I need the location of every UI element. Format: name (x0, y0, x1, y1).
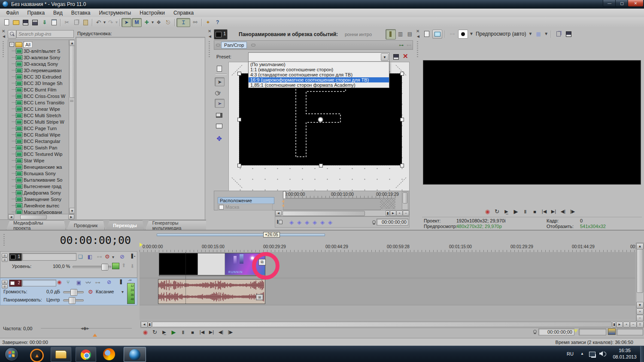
redo-icon[interactable]: ↷ (106, 18, 115, 27)
combo-dropdown-button[interactable]: ▼ (381, 53, 389, 61)
plugin-item[interactable]: Линейное вытес (8, 202, 74, 209)
delete-keyframe-icon[interactable]: ◈ (326, 219, 334, 226)
keyframe-hscrollbar[interactable]: ◄ ▮ ► + − (275, 210, 410, 216)
view-columns-2-icon[interactable]: ▥ (396, 30, 405, 38)
arm-record-icon[interactable]: ◉ (57, 279, 61, 285)
plugin-item[interactable]: BCC Radial Wipe (8, 131, 74, 138)
composite-child-icon[interactable] (112, 263, 119, 269)
new-project-icon[interactable] (2, 18, 11, 27)
bus-routing-icon[interactable]: ⊶ (93, 278, 102, 286)
compositing-mode-icon[interactable]: ◧ (85, 252, 94, 261)
track-minimize-icon[interactable]: ≡ (2, 280, 8, 284)
cut-icon[interactable]: ✂ (62, 18, 71, 27)
plugin-item[interactable]: BCC Rectangular (8, 138, 74, 144)
menu-edit[interactable]: Правка (23, 10, 49, 16)
scrub-handle[interactable]: ◂◆▸ (81, 325, 89, 331)
loop-playback-button[interactable]: ↻ (150, 329, 159, 336)
plugin-item[interactable]: 3D-каскад Sony (8, 61, 74, 67)
make-parent-icon[interactable]: ⬆ (122, 263, 126, 268)
crop-handle[interactable] (237, 164, 241, 167)
show-properties-icon[interactable] (215, 64, 224, 73)
taskbar-vegas-button[interactable] (124, 347, 146, 362)
zoom-in-button[interactable]: + (396, 210, 403, 216)
close-icon[interactable]: ✕ (416, 29, 419, 33)
volume-slider[interactable] (63, 291, 84, 293)
cd-layout-icon[interactable] (608, 329, 616, 335)
open-project-icon[interactable] (12, 18, 21, 27)
mask-preview-icon[interactable] (215, 122, 224, 130)
pin-icon[interactable]: ◄ (208, 34, 212, 39)
bypass-motion-blur-icon[interactable]: ⊶ (95, 252, 104, 261)
track-fx-icon[interactable]: ▣ (74, 278, 83, 286)
tab-transitions[interactable]: Переходы (106, 220, 144, 230)
rotation-handle[interactable] (232, 177, 243, 188)
redo-dropdown-icon[interactable]: ▾ (115, 20, 118, 24)
keyframe-unlink-icon[interactable]: ⊷ (407, 43, 411, 48)
loop-region-bar[interactable] (157, 234, 325, 236)
plugin-item[interactable]: Выталкивание So (8, 176, 74, 183)
record-button[interactable]: ◉ (483, 208, 492, 215)
plugin-item[interactable]: BCC 3D Extruded (8, 73, 74, 80)
mask-draw-icon[interactable] (215, 111, 224, 119)
scroll-right-button[interactable]: ► (616, 322, 623, 328)
project-properties-icon[interactable] (49, 18, 58, 27)
save-snapshot-icon[interactable] (564, 30, 573, 38)
start-button[interactable] (5, 348, 18, 361)
preset-dropdown-list[interactable]: (По умолчанию) 1:1 (квадратное соотношен… (248, 61, 389, 88)
pan-crop-tab[interactable]: Pan/Crop (221, 42, 247, 49)
preset-option[interactable]: 4:3 (стандартное соотношение сторон для … (249, 72, 389, 77)
play-from-start-button[interactable]: ▶̲ (160, 329, 169, 336)
pin-icon[interactable]: ◄ (416, 34, 420, 39)
plugin-item[interactable]: BCC Lens Transitio (8, 99, 74, 106)
play-button[interactable]: ▶ (169, 329, 178, 336)
tracks-vscrollbar[interactable]: ▲ ▼ + − (636, 243, 644, 322)
undo-icon[interactable]: ↶ (94, 18, 103, 27)
first-keyframe-icon[interactable]: ◈ (288, 219, 295, 226)
tray-language[interactable]: RU (567, 351, 574, 356)
plugin-item[interactable]: Star Wipe (8, 157, 74, 164)
mute-icon[interactable]: ⊘ (120, 253, 125, 260)
plugin-item[interactable]: BCC Linear Wipe (8, 106, 74, 112)
pan-slider[interactable] (63, 299, 84, 301)
pan-crop-event-icon[interactable]: ⧉ (258, 259, 266, 265)
region-field[interactable] (617, 329, 643, 335)
menu-file[interactable]: Файл (2, 10, 23, 16)
plugin-item[interactable]: BCC Textured Wip (8, 151, 74, 157)
prev-frame-button[interactable]: ◀| (559, 208, 568, 215)
menu-options[interactable]: Настройки (135, 10, 169, 16)
plugin-item[interactable]: BCC 3D Image Sh (8, 80, 74, 86)
render-as-icon[interactable] (30, 18, 39, 27)
preview-mode-dropdown-icon[interactable]: ▼ (528, 32, 532, 36)
keyframe-ruler[interactable]: 0:00:00:00 00:00:10:00 00:00:19:29 (283, 191, 395, 198)
zoom-tool-button[interactable]: 🜄 (637, 322, 644, 328)
keyframe-row-position[interactable]: Расположение (218, 197, 274, 204)
timeline-zoom-in-button[interactable]: + (623, 322, 630, 328)
copy-icon[interactable] (72, 18, 81, 27)
move-pan-icon[interactable]: ✥ (215, 134, 224, 143)
track-restore-icon[interactable]: ≡ (2, 258, 8, 262)
overlay-grid-icon[interactable]: ▦ (534, 30, 543, 38)
tray-show-hidden-icon[interactable]: ▲ (580, 352, 584, 356)
keyframe-track[interactable] (283, 198, 381, 210)
zoom-edit-tool-icon[interactable]: ➢ (215, 99, 225, 108)
next-keyframe-icon[interactable]: ◈ (311, 219, 319, 226)
maximize-button[interactable]: ▢ (615, 0, 629, 7)
go-to-start-button[interactable]: |◀ (197, 329, 207, 336)
lamp-icon[interactable] (372, 220, 376, 224)
crop-handle[interactable] (400, 72, 404, 76)
timeline-hscrollbar[interactable]: ◄ ▮ ▮ ► + − 🜄 (140, 321, 644, 328)
track-lanes[interactable]: RUNNIN ⧉ ⊞ (140, 252, 635, 320)
panel-grip[interactable] (209, 41, 210, 58)
stop-button[interactable]: ■ (530, 208, 539, 215)
track1-header[interactable]: ≡ ≡ 1 ❏ ◧ ⊶ ⚙ ▾ ⊘ ❚• Уровень: 100,0 % (0, 251, 137, 278)
overlay-dropdown-icon[interactable]: ▼ (544, 32, 548, 36)
automation-dropdown-icon[interactable]: ▾ (122, 290, 124, 294)
whats-this-help-icon[interactable]: ? (213, 18, 222, 27)
insert-keyframe-icon[interactable]: ◈ (303, 219, 311, 226)
plugin-item[interactable]: Замещение Sony (8, 196, 74, 202)
collapse-icon[interactable]: − (9, 42, 14, 47)
plugin-item[interactable]: BCC Page Turn (8, 125, 74, 131)
taskbar-firefox-icon[interactable] (103, 348, 115, 360)
timeline-big-timecode[interactable]: 00:00:00;00 (0, 234, 131, 246)
track-minimize-icon[interactable]: ≡ (2, 253, 8, 258)
